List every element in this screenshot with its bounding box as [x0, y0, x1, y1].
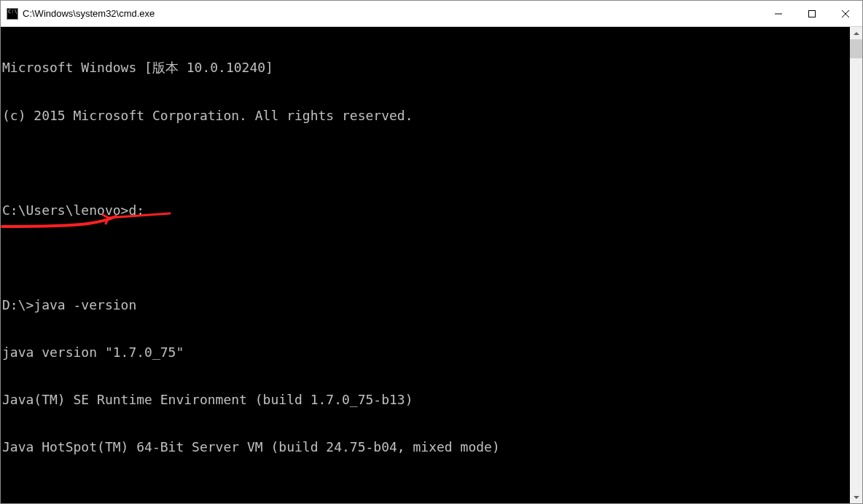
terminal-line: [2, 487, 848, 503]
svg-rect-1: [809, 10, 816, 17]
minimize-button[interactable]: [762, 1, 795, 26]
scrollbar-thumb[interactable]: [850, 39, 862, 58]
close-icon: [842, 10, 849, 17]
scrollbar-down-button[interactable]: [850, 491, 862, 503]
scrollbar-track[interactable]: [850, 39, 862, 491]
terminal-line: Microsoft Windows [版本 10.0.10240]: [2, 60, 848, 76]
terminal-area: Microsoft Windows [版本 10.0.10240] (c) 20…: [1, 27, 862, 503]
minimize-icon: [775, 10, 782, 17]
terminal-output[interactable]: Microsoft Windows [版本 10.0.10240] (c) 20…: [1, 27, 850, 503]
terminal-line: [2, 155, 848, 171]
cmd-icon: [7, 8, 18, 20]
terminal-line: (c) 2015 Microsoft Corporation. All righ…: [2, 108, 848, 124]
terminal-line: Java(TM) SE Runtime Environment (build 1…: [2, 392, 848, 408]
chevron-up-icon: [854, 32, 859, 35]
window-controls: [762, 1, 862, 26]
chevron-down-icon: [854, 496, 859, 499]
scrollbar[interactable]: [850, 27, 862, 503]
terminal-line: Java HotSpot(TM) 64-Bit Server VM (build…: [2, 439, 848, 455]
terminal-line: [2, 250, 848, 266]
close-button[interactable]: [829, 1, 862, 26]
terminal-line: java version "1.7.0_75": [2, 344, 848, 361]
titlebar[interactable]: C:\Windows\system32\cmd.exe: [1, 1, 862, 27]
window-title: C:\Windows\system32\cmd.exe: [23, 8, 762, 19]
maximize-button[interactable]: [795, 1, 829, 26]
terminal-line: D:\>java -version: [2, 297, 848, 313]
terminal-line: C:\Users\lenovo>d:: [2, 202, 848, 218]
scrollbar-up-button[interactable]: [850, 27, 862, 39]
maximize-icon: [808, 10, 816, 17]
